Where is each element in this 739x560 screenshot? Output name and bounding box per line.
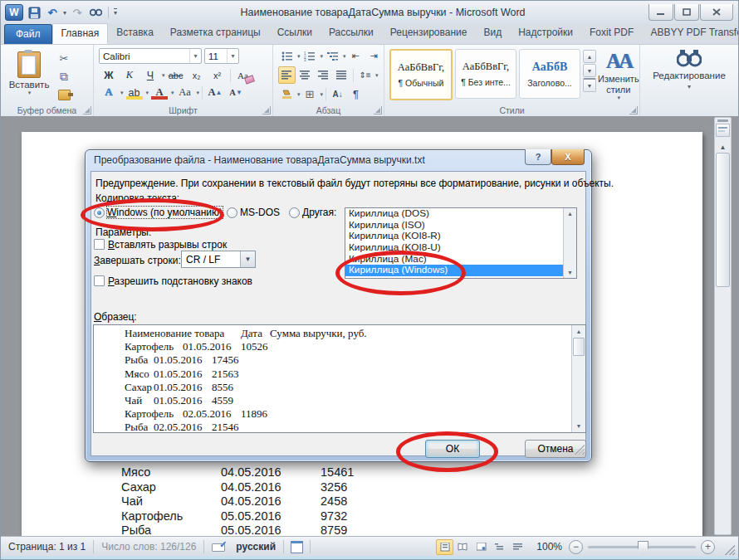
split-handle[interactable] xyxy=(717,119,728,122)
encoding-list-item[interactable]: Кириллица (ISO) xyxy=(345,220,576,231)
font-color-button[interactable]: А xyxy=(149,84,169,101)
grow-font-button[interactable]: А▲ xyxy=(205,84,225,101)
zoom-out-icon[interactable]: − xyxy=(569,540,583,554)
change-case-button[interactable]: Аа xyxy=(175,84,195,101)
word-logo-icon[interactable]: W xyxy=(5,4,23,21)
tab-ссылки[interactable]: Ссылки xyxy=(269,23,321,44)
find-icon[interactable] xyxy=(88,5,103,20)
font-name-caret-icon[interactable]: ▾ xyxy=(189,49,201,63)
close-button[interactable] xyxy=(700,4,733,21)
styles-dialog-launcher[interactable] xyxy=(629,106,638,114)
tab-file[interactable]: Файл xyxy=(4,24,52,44)
checkbox-line-breaks-label[interactable]: Вставлять разрывы строк xyxy=(108,239,227,251)
print-layout-view-icon[interactable] xyxy=(436,539,453,555)
superscript-button[interactable]: x² xyxy=(208,66,228,84)
preview-scrollbar[interactable]: ▲ ▼ xyxy=(571,325,585,432)
bold-button[interactable]: Ж xyxy=(99,66,119,84)
scrollbar-thumb[interactable] xyxy=(716,153,730,287)
paste-button[interactable]: Вставить ▾ xyxy=(4,47,54,100)
macro-record-icon[interactable] xyxy=(291,541,303,553)
shading-button[interactable] xyxy=(278,85,296,103)
increase-indent-icon[interactable]: ⇥ xyxy=(365,47,383,65)
encoding-list-item[interactable]: Кириллица (DOS) xyxy=(345,208,576,220)
window-resize-grip[interactable] xyxy=(723,543,735,555)
justify-button[interactable] xyxy=(333,66,350,84)
font-size-caret-icon[interactable]: ▾ xyxy=(227,49,238,63)
lineend-dropdown-icon[interactable]: ▼ xyxy=(240,251,255,267)
italic-button[interactable]: К xyxy=(120,66,139,84)
encoding-list-item[interactable]: Кириллица (KOI8-R) xyxy=(345,231,576,242)
preview-scroll-up-icon[interactable]: ▲ xyxy=(576,325,582,338)
underline-button[interactable]: Ч xyxy=(140,66,160,84)
spellcheck-icon[interactable]: ✓ xyxy=(212,542,225,552)
word-count[interactable]: Число слов: 126/126 xyxy=(94,541,203,553)
change-styles-button[interactable]: AA Изменить стили ▾ xyxy=(598,47,639,103)
tab-рассылки[interactable]: Рассылки xyxy=(321,23,382,44)
undo-dropdown-icon[interactable]: ▾ xyxy=(63,9,66,17)
align-left-button[interactable] xyxy=(278,66,296,84)
restore-button[interactable] xyxy=(674,4,699,21)
tab-abbyy-pdf-transformer-[interactable]: ABBYY PDF Transformer+ xyxy=(642,23,739,44)
borders-button[interactable]: ⊞ xyxy=(301,85,319,103)
tab-вставка[interactable]: Вставка xyxy=(108,23,162,44)
checkbox-substitution-label[interactable]: Разрешить подстановку знаков xyxy=(108,275,252,287)
underline-caret-icon[interactable]: ▾ xyxy=(162,72,165,79)
zoom-in-icon[interactable]: + xyxy=(701,540,715,554)
page-indicator[interactable]: Страница: 1 из 1 xyxy=(1,541,93,553)
style-card[interactable]: АаБбВЗаголово... xyxy=(519,49,580,99)
tab-надстройки[interactable]: Надстройки xyxy=(510,23,581,44)
font-name-combo[interactable]: Calibri ▾ xyxy=(99,48,202,64)
tab-foxit-pdf[interactable]: Foxit PDF xyxy=(581,23,642,44)
outline-view-icon[interactable] xyxy=(491,539,508,555)
zoom-level[interactable]: 100% xyxy=(536,541,562,553)
font-size-combo[interactable]: 11 ▾ xyxy=(204,48,239,64)
lineend-combo[interactable]: CR / LF ▼ xyxy=(181,251,256,268)
copy-icon[interactable]: ⧉ xyxy=(54,69,74,85)
line-spacing-button[interactable]: ⇕≡ xyxy=(356,66,374,84)
clear-formatting-button[interactable]: Aa xyxy=(233,66,253,84)
checkbox-substitution[interactable] xyxy=(94,275,105,286)
format-painter-icon[interactable] xyxy=(54,87,74,103)
align-center-button[interactable] xyxy=(296,66,314,84)
bullets-button[interactable] xyxy=(278,47,296,65)
checkbox-line-breaks[interactable] xyxy=(94,239,105,250)
clipboard-dialog-launcher[interactable] xyxy=(83,106,91,114)
zoom-slider-thumb[interactable] xyxy=(638,541,648,554)
decrease-indent-icon[interactable]: ⇤ xyxy=(347,47,365,65)
fullscreen-reading-view-icon[interactable] xyxy=(454,539,472,555)
shrink-font-button[interactable]: А▼ xyxy=(226,84,246,101)
dialog-resize-grip[interactable] xyxy=(575,445,585,455)
styles-scroll-up-icon[interactable]: ▲ xyxy=(583,50,596,63)
style-card[interactable]: АаБбВвГг,¶ Обычный xyxy=(389,49,453,100)
list-scroll-down-icon[interactable]: ▼ xyxy=(567,267,573,278)
preview-scroll-down-icon[interactable]: ▼ xyxy=(576,420,582,432)
radio-msdos-label[interactable]: MS-DOS xyxy=(240,207,280,218)
save-icon[interactable] xyxy=(27,5,42,20)
preview-scrollbar-thumb[interactable] xyxy=(573,338,585,356)
tab-разметка-страницы[interactable]: Разметка страницы xyxy=(162,23,269,44)
sort-button[interactable]: А↓ xyxy=(329,85,346,103)
undo-icon[interactable]: ↶ xyxy=(45,5,60,20)
styles-scroll-down-icon[interactable]: ▼ xyxy=(583,64,596,77)
radio-msdos[interactable] xyxy=(227,207,237,218)
dialog-close-button[interactable]: X xyxy=(551,149,585,165)
styles-more-icon[interactable]: ▼ xyxy=(583,78,596,92)
multilevel-list-button[interactable] xyxy=(324,47,341,65)
web-layout-view-icon[interactable] xyxy=(472,539,490,555)
show-marks-button[interactable]: ¶ xyxy=(347,85,365,103)
style-card[interactable]: АаБбВвГг,¶ Без инте... xyxy=(455,49,516,99)
draft-view-icon[interactable] xyxy=(509,539,526,555)
language-indicator[interactable]: русский xyxy=(228,541,283,553)
radio-other-label[interactable]: Другая: xyxy=(302,207,336,218)
strikethrough-button[interactable]: abc xyxy=(166,66,186,84)
cut-icon[interactable]: ✂ xyxy=(54,51,74,66)
highlight-color-button[interactable]: ab xyxy=(125,84,144,101)
tab-главная[interactable]: Главная xyxy=(52,23,109,44)
subscript-button[interactable]: x₂ xyxy=(187,66,207,84)
text-effects-button[interactable]: А xyxy=(99,84,119,101)
encoding-list-scrollbar[interactable]: ▲ ▼ xyxy=(563,208,576,278)
radio-other[interactable] xyxy=(289,207,300,218)
scroll-up-icon[interactable]: ▲ xyxy=(720,144,727,151)
tab-рецензирование[interactable]: Рецензирование xyxy=(382,23,476,44)
paragraph-dialog-launcher[interactable] xyxy=(374,106,382,114)
